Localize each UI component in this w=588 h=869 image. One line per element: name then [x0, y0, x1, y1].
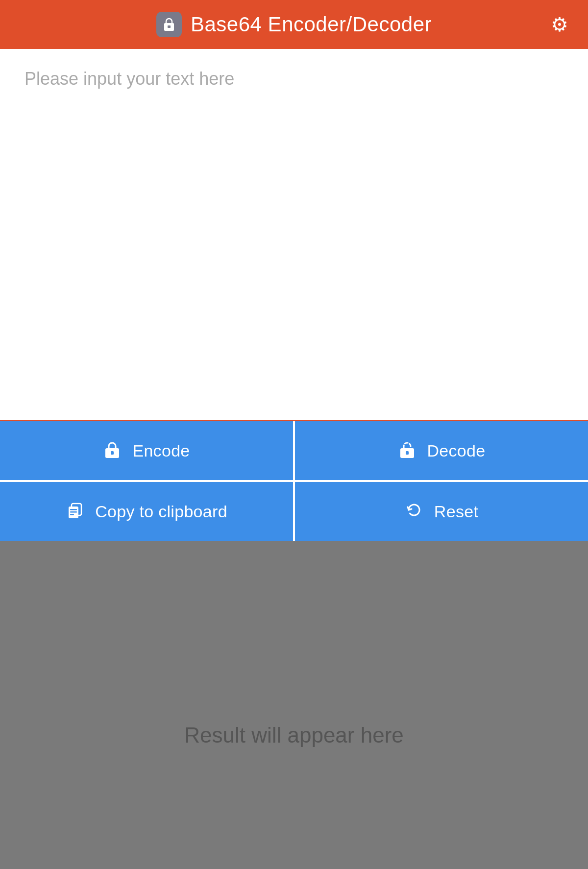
encode-label: Encode [132, 441, 190, 460]
app-title: Base64 Encoder/Decoder [191, 13, 432, 36]
result-area: Result will appear here [0, 541, 588, 869]
decode-icon [398, 440, 416, 461]
result-placeholder: Result will appear here [184, 723, 404, 748]
svg-rect-5 [406, 451, 409, 455]
decode-label: Decode [427, 441, 486, 460]
copy-icon [66, 501, 84, 522]
reset-label: Reset [434, 502, 478, 521]
svg-rect-3 [111, 451, 114, 455]
decode-button[interactable]: Decode [295, 421, 588, 480]
encode-button[interactable]: Encode [0, 421, 293, 480]
svg-rect-9 [70, 511, 77, 513]
copy-label: Copy to clipboard [95, 502, 227, 521]
text-input[interactable] [0, 49, 588, 420]
copy-button[interactable]: Copy to clipboard [0, 482, 293, 541]
header-title-group: Base64 Encoder/Decoder [156, 12, 432, 37]
input-area [0, 49, 588, 421]
reset-button[interactable]: Reset [295, 482, 588, 541]
svg-rect-8 [70, 509, 77, 510]
buttons-area: Encode Decode Copy to clipboard [0, 421, 588, 541]
svg-rect-1 [168, 25, 171, 28]
app-icon [156, 12, 182, 37]
app-header: Base64 Encoder/Decoder ⚙ [0, 0, 588, 49]
encode-icon [103, 440, 122, 461]
reset-icon [405, 501, 423, 522]
settings-icon[interactable]: ⚙ [551, 13, 568, 36]
svg-rect-10 [70, 514, 74, 515]
